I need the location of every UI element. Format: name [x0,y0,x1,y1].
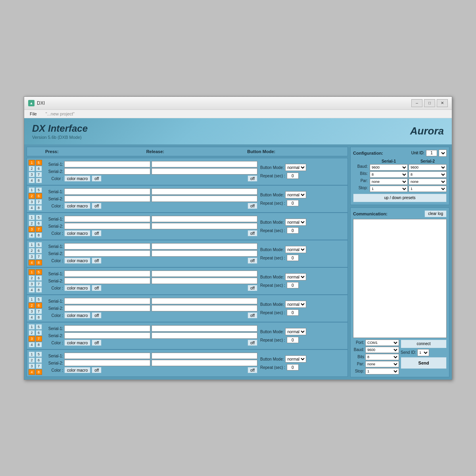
row-0-press-off-button[interactable]: off [92,175,102,182]
comm-port-select[interactable]: COM1COM2COM3COM4 [365,340,399,346]
row-0-num-8[interactable]: 8 [36,178,42,183]
row-1-num-8[interactable]: 8 [36,205,42,211]
row-5-button-mode-select[interactable]: normaltogglehold [285,301,306,308]
row-3-num-8[interactable]: 8 [36,260,42,265]
row-4-num-1[interactable]: 1 [29,269,35,275]
serial2-stop-select[interactable]: 12 [409,186,447,192]
row-3-color-macro-button[interactable]: color macro [64,257,90,264]
row-6-button-mode-select[interactable]: normaltogglehold [285,328,306,335]
row-0-serial2-release-input[interactable] [152,168,258,175]
connect-button[interactable]: connect [401,340,447,348]
row-6-serial1-press-input[interactable] [64,325,150,332]
row-2-repeat-input[interactable] [287,227,299,234]
send-id-select[interactable]: 123 [417,349,429,356]
row-6-num-5[interactable]: 5 [36,324,42,330]
comm-par-select[interactable]: noneoddeven [365,361,399,367]
row-4-press-off-button[interactable]: off [92,285,102,291]
row-2-serial2-release-input[interactable] [152,223,258,229]
row-4-num-7[interactable]: 7 [36,281,42,287]
row-4-serial2-release-input[interactable] [152,278,258,284]
row-1-num-3[interactable]: 3 [29,199,35,205]
row-7-serial2-press-input[interactable] [64,360,150,366]
row-0-serial1-press-input[interactable] [64,161,150,167]
row-3-press-off-button[interactable]: off [92,257,102,264]
row-6-num-4[interactable]: 4 [29,342,35,347]
comm-baud-select[interactable]: 96001920038400 [365,347,399,353]
up-down-presets-button[interactable]: up / down presets [353,194,447,202]
serial2-par-select[interactable]: noneoddeven [409,178,447,185]
row-5-num-7[interactable]: 7 [36,309,42,314]
row-1-press-off-button[interactable]: off [92,203,102,209]
row-0-serial1-release-input[interactable] [152,161,258,167]
row-0-repeat-input[interactable] [287,173,299,179]
row-1-num-4[interactable]: 4 [29,205,35,211]
row-2-num-6[interactable]: 6 [36,221,42,226]
row-3-button-mode-select[interactable]: normaltogglehold [285,246,306,253]
clear-log-button[interactable]: clear log [424,210,447,217]
row-3-num-1[interactable]: 1 [29,242,35,248]
row-4-serial1-release-input[interactable] [152,271,258,277]
row-4-color-macro-button[interactable]: color macro [64,285,90,291]
row-2-num-7[interactable]: 7 [36,226,42,232]
row-0-release-off-button[interactable]: off [248,175,257,182]
row-3-num-6[interactable]: 6 [36,248,42,253]
serial2-bits-select[interactable]: 87 [409,171,447,178]
serial2-baud-select[interactable]: 96001920038400 [409,164,447,171]
file-menu[interactable]: File [27,111,39,117]
row-6-serial2-press-input[interactable] [64,332,150,339]
row-1-repeat-input[interactable] [287,200,299,206]
unit-id-input[interactable] [426,150,437,156]
maximize-button[interactable]: □ [424,99,435,107]
row-1-button-mode-select[interactable]: normaltogglehold [285,191,306,198]
row-2-serial1-press-input[interactable] [64,216,150,222]
row-7-serial1-release-input[interactable] [152,353,258,359]
row-7-repeat-input[interactable] [287,364,299,370]
row-7-num-3[interactable]: 3 [29,363,35,369]
row-3-serial2-release-input[interactable] [152,250,258,257]
row-7-num-8[interactable]: 8 [36,369,42,375]
row-6-press-off-button[interactable]: off [92,340,102,346]
row-7-num-1[interactable]: 1 [29,351,35,357]
close-button[interactable]: ✕ [437,99,448,107]
row-5-num-8[interactable]: 8 [36,315,42,320]
row-2-serial2-press-input[interactable] [64,223,150,229]
row-7-button-mode-select[interactable]: normaltogglehold [285,355,306,363]
row-5-release-off-button[interactable]: off [248,312,257,319]
row-0-button-mode-select[interactable]: normaltogglehold [285,164,306,171]
row-2-press-off-button[interactable]: off [92,230,102,236]
row-4-serial2-press-input[interactable] [64,278,150,284]
row-6-repeat-input[interactable] [287,337,299,343]
serial1-stop-select[interactable]: 12 [370,186,408,192]
send-button[interactable]: Send [401,357,447,369]
row-6-num-8[interactable]: 8 [36,342,42,347]
row-5-num-1[interactable]: 1 [29,297,35,302]
row-5-num-3[interactable]: 3 [29,309,35,314]
row-1-release-off-button[interactable]: off [248,203,257,209]
row-5-serial1-release-input[interactable] [152,298,258,304]
row-5-num-5[interactable]: 5 [36,297,42,302]
row-1-serial1-release-input[interactable] [152,188,258,195]
row-1-serial1-press-input[interactable] [64,188,150,195]
row-2-release-off-button[interactable]: off [248,230,257,236]
row-6-num-6[interactable]: 6 [36,330,42,336]
row-6-release-off-button[interactable]: off [248,340,257,346]
row-4-serial1-press-input[interactable] [64,271,150,277]
row-6-num-1[interactable]: 1 [29,324,35,330]
minimize-button[interactable]: – [411,99,422,107]
row-1-serial2-release-input[interactable] [152,196,258,202]
row-5-serial1-press-input[interactable] [64,298,150,304]
row-1-num-1[interactable]: 1 [29,187,35,193]
row-7-num-4[interactable]: 4 [29,369,35,375]
row-0-color-macro-button[interactable]: color macro [64,175,90,182]
row-2-num-4[interactable]: 4 [29,232,35,238]
row-7-num-7[interactable]: 7 [36,363,42,369]
row-1-color-macro-button[interactable]: color macro [64,203,90,209]
row-6-num-7[interactable]: 7 [36,336,42,342]
row-3-serial1-press-input[interactable] [64,243,150,250]
comm-bits-select[interactable]: 87 [365,354,399,360]
row-4-num-3[interactable]: 3 [29,281,35,287]
row-6-serial2-release-input[interactable] [152,332,258,339]
row-5-serial2-press-input[interactable] [64,305,150,311]
row-7-release-off-button[interactable]: off [248,367,257,373]
row-2-button-mode-select[interactable]: normaltogglehold [285,219,306,226]
